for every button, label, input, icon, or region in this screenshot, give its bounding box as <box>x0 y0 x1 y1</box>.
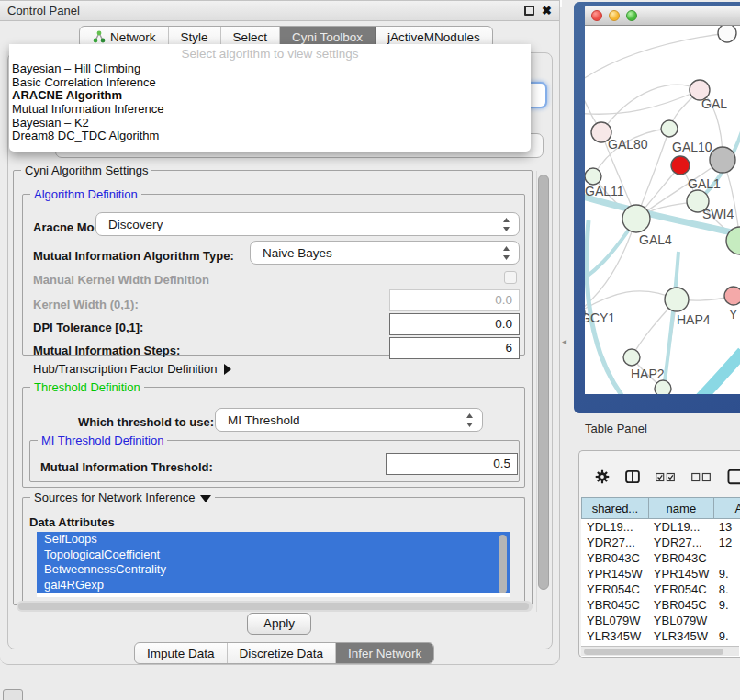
partial-icon[interactable] <box>727 466 740 488</box>
cyni-algorithm-settings-title: Cyni Algorithm Settings <box>21 164 151 177</box>
algorithm-dropdown-list: Select algorithm to view settings Bayesi… <box>9 44 531 152</box>
table-cell <box>713 550 740 566</box>
network-node[interactable] <box>718 26 736 42</box>
updown-arrows-icon <box>502 246 510 260</box>
table-row[interactable]: YLR345WYLR345W9. <box>581 628 740 644</box>
network-node[interactable] <box>661 120 678 137</box>
table-cell <box>713 613 740 628</box>
network-node[interactable] <box>655 380 671 394</box>
dropdown-option[interactable]: ARACNE Algorithm <box>9 89 531 103</box>
table-row[interactable]: YBR043CYBR043C <box>581 550 740 566</box>
network-node-label: HAP4 <box>677 312 711 327</box>
table-cell: YDR27... <box>581 535 648 550</box>
attribute-list-item[interactable]: SelfLoops <box>37 532 510 548</box>
close-panel-icon[interactable]: ✖ <box>542 6 552 16</box>
table-column-header[interactable]: name <box>648 497 713 519</box>
collapse-arrow-icon[interactable] <box>200 495 211 502</box>
settings-vscrollbar[interactable] <box>536 171 550 612</box>
close-window-icon[interactable] <box>591 10 602 21</box>
dropdown-option[interactable]: Bayesian – Hill Climbing <box>9 62 531 76</box>
tab-impute-data[interactable]: Impute Data <box>135 643 228 663</box>
network-node[interactable] <box>665 288 689 311</box>
dropdown-option[interactable]: Dream8 DC_TDC Algorithm <box>9 130 531 143</box>
apply-button[interactable]: Apply <box>247 613 311 635</box>
table-row[interactable]: YER054CYER054C8. <box>581 581 740 597</box>
unchecked-pair-icon[interactable] <box>691 471 712 483</box>
table-cell: 12 <box>713 535 740 550</box>
table-hscrollbar[interactable] <box>581 646 739 656</box>
settings-hscrollbar[interactable] <box>17 601 533 612</box>
minimize-window-icon[interactable] <box>609 10 620 21</box>
mi-threshold-field[interactable]: 0.5 <box>386 453 518 475</box>
updown-arrows-icon <box>465 413 474 427</box>
panel-divider-handle[interactable]: ◂ <box>562 336 566 346</box>
manual-kernel-width-checkbox[interactable] <box>504 271 517 284</box>
mi-algorithm-type-select[interactable]: Naive Bayes <box>250 241 520 265</box>
network-node-label: Y <box>729 307 738 322</box>
attribute-list-item[interactable]: BetweennessCentrality <box>37 562 510 578</box>
network-node-label: SWI4 <box>702 207 734 221</box>
dpi-tolerance-field[interactable]: 0.0 <box>389 313 520 335</box>
data-attributes-list[interactable]: SelfLoopsTopologicalCoefficientBetweenne… <box>37 532 510 597</box>
table-cell: 8. <box>713 581 740 597</box>
network-node-label: GAL4 <box>639 232 672 247</box>
tab-label: Impute Data <box>147 647 215 660</box>
tab-discretize-data[interactable]: Discretize Data <box>228 643 337 663</box>
table-row[interactable]: YBR045CYBR045C9. <box>581 597 740 613</box>
table-cell: YBR045C <box>581 597 648 613</box>
table-column-header[interactable]: shared... <box>581 497 648 519</box>
attribute-list-item[interactable]: gal4RGexp <box>37 578 510 593</box>
table-cell: 13 <box>713 519 740 535</box>
control-panel-title: Control Panel <box>7 4 80 17</box>
table-cell: YER054C <box>581 581 648 597</box>
table-cell: YDR27... <box>648 535 713 550</box>
network-node[interactable] <box>585 168 601 185</box>
table-cell: YBL079W <box>648 613 713 628</box>
network-node[interactable] <box>710 147 735 173</box>
data-tools-tabbar: Impute DataDiscretize DataInfer Network <box>134 642 434 664</box>
table-row[interactable]: YPR145WYPR145W9. <box>581 566 740 581</box>
data-attributes-label: Data Attributes <box>29 515 115 529</box>
dropdown-option[interactable]: Basic Correlation Inference <box>9 76 531 90</box>
which-threshold-select[interactable]: MI Threshold <box>215 408 483 432</box>
tab-label: Style <box>181 30 208 44</box>
table-cell: YLR345W <box>581 628 648 644</box>
network-canvas[interactable]: GALGAL80GAL10GAL11GAL1GAL4SWI4GCY1HAP4YH… <box>585 26 740 394</box>
corner-button[interactable] <box>3 689 23 700</box>
network-node-label: GAL1 <box>688 176 721 191</box>
hub-definition-expander[interactable]: Hub/Transcription Factor Definition <box>33 362 231 376</box>
checked-pair-icon[interactable] <box>656 471 676 483</box>
network-node-label: HAP2 <box>631 367 665 381</box>
columns-icon[interactable] <box>625 468 640 486</box>
network-icon <box>92 30 106 44</box>
tab-label: jActiveMNodules <box>387 30 480 44</box>
network-node[interactable] <box>622 205 650 232</box>
network-node[interactable] <box>623 349 640 366</box>
table-column-header[interactable]: A <box>713 497 740 519</box>
table-row[interactable]: YDR27...YDR27...12 <box>581 535 740 550</box>
attributes-scrollbar[interactable] <box>499 535 507 593</box>
table-row[interactable]: YBL079WYBL079W <box>581 613 740 628</box>
control-panel: Control Panel ✖ NetworkStyleSelectCyni T… <box>0 0 560 665</box>
dropdown-option[interactable]: Mutual Information Inference <box>9 103 531 117</box>
kernel-width-field[interactable]: 0.0 <box>389 289 520 311</box>
table-row[interactable]: YDL19...YDL19...13 <box>581 519 740 535</box>
network-node-label: GAL <box>701 96 727 111</box>
network-node[interactable] <box>724 287 740 305</box>
network-node-label: GAL11 <box>585 184 624 198</box>
aracne-mode-select[interactable]: Discovery <box>95 212 520 236</box>
network-window[interactable]: GALGAL80GAL10GAL11GAL1GAL4SWI4GCY1HAP4YH… <box>585 6 740 394</box>
manual-kernel-width-label: Manual Kernel Width Definition <box>33 273 209 287</box>
gear-icon[interactable] <box>595 467 610 487</box>
attribute-list-item[interactable]: TopologicalCoefficient <box>37 548 510 563</box>
network-node[interactable] <box>671 156 690 175</box>
dropdown-option[interactable]: Bayesian – K2 <box>9 117 531 130</box>
mi-steps-field[interactable]: 6 <box>389 337 520 359</box>
table-cell: YPR145W <box>648 566 713 581</box>
network-view-frame: GALGAL80GAL10GAL11GAL1GAL4SWI4GCY1HAP4YH… <box>574 2 740 413</box>
zoom-window-icon[interactable] <box>626 10 637 21</box>
float-panel-icon[interactable] <box>524 6 534 16</box>
tab-label: Discretize Data <box>240 647 324 660</box>
tab-infer-network[interactable]: Infer Network <box>336 643 433 663</box>
table-cell: YBL079W <box>581 613 648 628</box>
